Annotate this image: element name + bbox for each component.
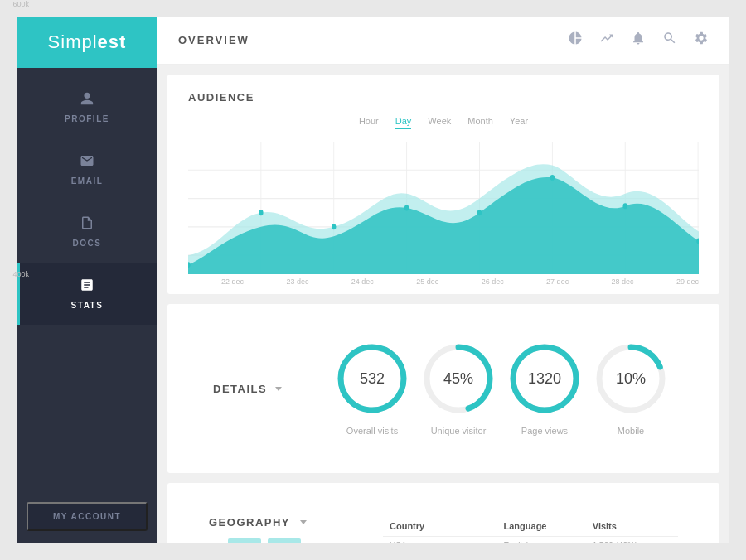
filter-month[interactable]: Month [467,116,493,129]
page-title: OVERVIEW [178,34,568,46]
svg-point-12 [332,224,336,229]
bell-icon[interactable] [631,31,646,50]
metric-value-overall-visits: 532 [360,370,385,388]
filter-year[interactable]: Year [510,116,528,129]
metric-value-unique-visitor: 45% [443,370,473,388]
sidebar-item-email[interactable]: EMAIL [17,138,157,200]
profile-icon [80,91,94,110]
audience-section: AUDIENCE Hour Day Week Month Year 600k 4… [167,75,719,294]
geography-chevron-icon [300,520,307,524]
geography-title: GEOGRAPHY [209,516,307,529]
stats-icon [80,278,94,297]
details-chevron-icon [275,387,282,391]
donut-unique-visitor: 45% [421,341,496,416]
table-header-country: Country [383,516,497,537]
geo-bar-country-stack [268,538,301,543]
donut-page-views: 1320 [507,341,582,416]
sidebar: Simplest PROFILE EMAIL DOCS [17,17,157,543]
main-area: OVERVIEW [157,17,729,543]
metric-value-mobile: 10% [616,370,646,388]
sidebar-item-label-email: EMAIL [71,176,104,186]
donut-mobile: 10% [593,341,668,416]
svg-point-14 [477,210,482,215]
metric-overall-visits: 532 Overall visits [335,341,409,436]
geography-left: GEOGRAPHY 90% 60% 10% [209,516,366,543]
sidebar-item-docs[interactable]: DOCS [17,200,157,263]
geography-inner: GEOGRAPHY 90% 60% 10% [188,500,699,543]
metric-label-overall-visits: Overall visits [346,426,398,436]
metric-value-page-views: 1320 [528,370,561,388]
geography-section: GEOGRAPHY 90% 60% 10% [167,483,719,543]
sidebar-nav: PROFILE EMAIL DOCS STATS [17,68,157,502]
content-area: AUDIENCE Hour Day Week Month Year 600k 4… [157,65,729,543]
pie-chart-icon[interactable] [568,31,583,50]
logo-text: Simplest [48,31,127,53]
donut-overall-visits: 532 [335,341,409,416]
top-nav: OVERVIEW [157,17,729,65]
geo-bar-language: Language [228,538,261,543]
chart-x-labels: 22 dec 23 dec 24 dec 25 dec 26 dec 27 de… [188,274,699,286]
docs-icon [80,215,94,234]
geo-bar-country: Country [268,538,301,543]
svg-point-13 [404,205,409,211]
geo-chart: 90% 60% 10% [209,538,301,543]
top-nav-icons [568,31,709,50]
trending-up-icon[interactable] [599,31,614,50]
metric-page-views: 1320 Page views [507,341,582,436]
details-inner: DETAILS 532 [188,321,699,456]
table-header-visits: Visits [586,516,678,537]
filter-hour[interactable]: Hour [359,116,379,129]
sidebar-item-label-profile: PROFILE [65,114,109,123]
sidebar-item-label-docs: DOCS [73,239,102,248]
sidebar-logo: Simplest [17,17,157,68]
metric-label-unique-visitor: Unique visitor [431,426,487,436]
sidebar-item-stats[interactable]: STATS [17,263,157,325]
metric-label-mobile: Mobile [618,426,644,436]
table-header-language: Language [497,516,586,537]
settings-icon[interactable] [694,31,709,50]
audience-chart [188,142,699,274]
metric-label-page-views: Page views [521,426,568,436]
metric-unique-visitor: 45% Unique visitor [421,341,496,436]
details-metrics: 532 Overall visits 45% [329,341,674,436]
geo-bar-language-stack [228,538,261,543]
email-icon [80,153,94,172]
geo-bar-lang-top [228,538,261,543]
search-icon[interactable] [662,31,677,50]
filter-week[interactable]: Week [428,116,451,129]
my-account-button[interactable]: MY ACCOUNT [27,502,148,531]
geo-bars: Language [228,538,301,543]
sidebar-item-profile[interactable]: PROFILE [17,76,157,138]
filter-day[interactable]: Day [395,116,412,129]
details-section: DETAILS 532 [167,304,719,473]
metric-mobile: 10% Mobile [593,341,668,436]
time-filters: Hour Day Week Month Year [188,116,699,129]
details-title: DETAILS [213,383,329,395]
geography-table: Country Language Visits USAEnglish1,700 … [383,516,678,543]
geo-bar-country-top [268,538,301,543]
audience-title: AUDIENCE [188,91,699,104]
svg-point-15 [550,175,555,181]
svg-point-16 [623,203,627,209]
svg-point-11 [259,210,263,215]
table-row: USAEnglish1,700 (42%) [383,537,678,544]
sidebar-item-label-stats: STATS [71,301,104,310]
